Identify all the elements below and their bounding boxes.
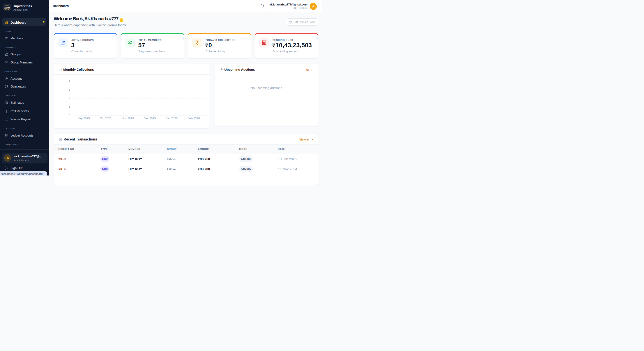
svg-text:-FRATERNITY FUND-: -FRATERNITY FUND- — [4, 8, 10, 9]
svg-text:JUPITER: JUPITER — [4, 7, 10, 8]
